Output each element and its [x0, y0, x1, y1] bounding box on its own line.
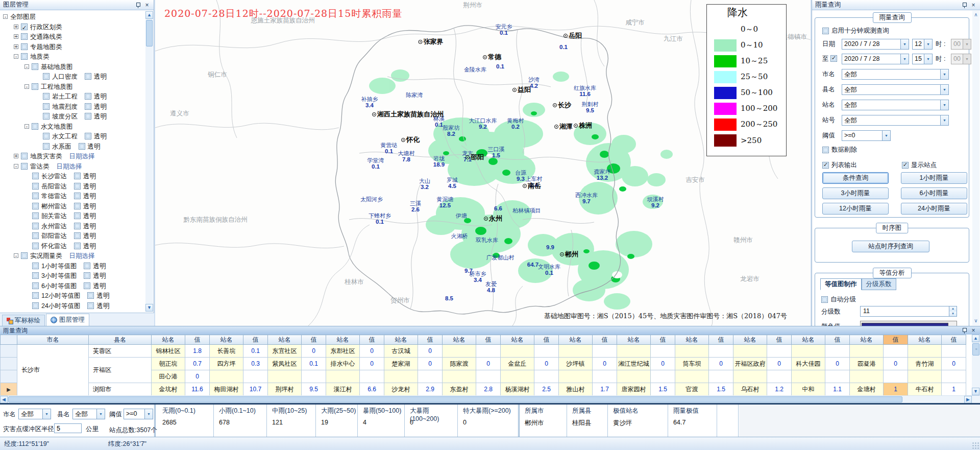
station-name-cell[interactable]: [384, 370, 418, 383]
query-button-5[interactable]: 12小时雨量: [822, 203, 889, 215]
pin-icon[interactable]: [134, 2, 141, 9]
scroll-up-icon[interactable]: ∧: [972, 12, 979, 17]
station-value-cell[interactable]: 6.6: [360, 383, 384, 396]
layer-label[interactable]: 专题地图类: [30, 43, 62, 51]
station-name-cell[interactable]: 朝正垸: [152, 358, 185, 370]
layer-label[interactable]: 长沙雷达: [41, 173, 67, 180]
pin-icon[interactable]: [961, 327, 968, 334]
station-value-cell[interactable]: [243, 370, 268, 383]
transparent-checkbox[interactable]: [85, 103, 91, 110]
station-name-cell[interactable]: [268, 370, 302, 383]
value-column-header[interactable]: 值: [302, 335, 326, 345]
transparent-checkbox[interactable]: [74, 212, 81, 219]
layer-label[interactable]: 3小时等值图: [41, 272, 77, 279]
layer-checkbox[interactable]: [43, 133, 50, 139]
station-value-cell[interactable]: [709, 370, 733, 383]
layer-label[interactable]: 怀化雷达: [41, 243, 67, 250]
value-column-header[interactable]: 值: [825, 335, 850, 345]
layer-label[interactable]: 邵阳雷达: [41, 232, 67, 240]
station-name-cell[interactable]: 东宜社区: [268, 345, 302, 358]
layer-checkbox[interactable]: [43, 73, 50, 80]
pin-icon[interactable]: [961, 2, 968, 9]
tree-expander-icon[interactable]: -: [24, 124, 29, 129]
date-select-link[interactable]: 日期选择: [69, 153, 95, 160]
station-name-cell[interactable]: [501, 370, 534, 383]
layer-label[interactable]: 郴州雷达: [41, 203, 67, 210]
hour-from-combo[interactable]: 12▼: [912, 39, 933, 50]
station-name-cell[interactable]: 杨溪湖村: [501, 383, 534, 396]
station-name-cell[interactable]: 中和: [792, 383, 825, 396]
transparent-checkbox[interactable]: [74, 223, 81, 229]
transparent-checkbox[interactable]: [87, 302, 94, 309]
station-value-cell[interactable]: 2.9: [418, 383, 443, 396]
layer-label[interactable]: 永州雷达: [41, 223, 67, 230]
transparent-checkbox[interactable]: [74, 183, 81, 190]
layer-checkbox[interactable]: [21, 33, 28, 40]
layer-checkbox[interactable]: [32, 203, 39, 209]
station-column-header[interactable]: 站名: [501, 335, 534, 345]
date-to-checkbox[interactable]: [830, 55, 837, 62]
data-cull-checkbox[interactable]: 数据剔除: [822, 146, 857, 154]
station-value-cell[interactable]: [767, 345, 792, 358]
layer-label[interactable]: 岩土工程: [52, 93, 78, 100]
station-value-cell[interactable]: 2.8: [476, 383, 501, 396]
value-column-header[interactable]: 值: [884, 335, 908, 345]
layer-checkbox[interactable]: [32, 292, 39, 299]
transparent-checkbox[interactable]: [84, 263, 90, 269]
query-button-6[interactable]: 24小时雨量: [901, 203, 967, 215]
station-column-header[interactable]: 站名: [268, 335, 302, 345]
layer-checkbox[interactable]: [32, 183, 39, 190]
station-name-cell[interactable]: [792, 370, 825, 383]
close-icon[interactable]: ×: [970, 327, 977, 334]
show-stations-checkbox[interactable]: 显示站点: [902, 161, 937, 170]
layer-checkbox[interactable]: [32, 173, 39, 179]
city-cell[interactable]: 长沙市: [17, 345, 89, 396]
filter-county-combo[interactable]: 全部▼: [72, 409, 105, 419]
layer-checkbox[interactable]: [32, 223, 39, 229]
transparent-checkbox[interactable]: [84, 272, 90, 279]
auto-grade-checkbox[interactable]: 自动分级: [821, 295, 856, 304]
tree-expander-icon[interactable]: -: [14, 54, 18, 59]
station-value-cell[interactable]: 0: [185, 370, 210, 383]
tree-expander-icon[interactable]: +: [14, 25, 18, 29]
station-value-cell[interactable]: [651, 345, 675, 358]
date-from-picker[interactable]: 2020 / 7 / 28▼: [842, 39, 909, 50]
layer-label[interactable]: 6小时等值图: [41, 282, 77, 290]
station-name-cell[interactable]: 锦林社区: [152, 345, 185, 358]
buffer-radius-input[interactable]: [54, 423, 82, 433]
layer-label[interactable]: 地质类: [30, 53, 50, 60]
value-column-header[interactable]: 值: [767, 335, 792, 345]
station-name-cell[interactable]: [559, 370, 593, 383]
date-select-link[interactable]: 日期选择: [69, 252, 95, 259]
station-value-cell[interactable]: 0: [476, 358, 501, 370]
station-value-cell[interactable]: 0.3: [243, 358, 268, 370]
station-value-cell[interactable]: 1: [884, 383, 908, 396]
station-name-cell[interactable]: 溪江村: [326, 383, 360, 396]
station-value-cell[interactable]: [884, 345, 908, 358]
layer-checkbox[interactable]: [21, 23, 28, 30]
station-column-header[interactable]: 站名: [210, 335, 243, 345]
layer-checkbox[interactable]: [21, 43, 28, 50]
tab-isoline-make[interactable]: 等值图制作: [820, 278, 862, 290]
tree-expander-icon[interactable]: +: [14, 154, 18, 158]
station-value-cell[interactable]: [709, 345, 733, 358]
transparent-checkbox[interactable]: [84, 282, 90, 289]
scroll-down-icon[interactable]: ∨: [972, 318, 979, 323]
county-cell[interactable]: 浏阳市: [89, 383, 152, 396]
station-name-cell[interactable]: [675, 370, 709, 383]
hour-to-combo[interactable]: 15▼: [912, 54, 933, 64]
right-panel-scrollbar[interactable]: ∧ ∨: [972, 11, 979, 325]
layer-checkbox[interactable]: [43, 143, 50, 150]
close-icon[interactable]: ×: [143, 2, 151, 9]
station-name-cell[interactable]: 金盆丘: [501, 358, 534, 370]
station-value-cell[interactable]: 0: [884, 358, 908, 370]
station-name-cell[interactable]: 筒车坝: [675, 358, 709, 370]
station-name-cell[interactable]: 四方坪: [210, 358, 243, 370]
sidebar-tab-symbol-plot[interactable]: 军标标绘: [2, 315, 45, 326]
station-column-header[interactable]: 站名: [850, 335, 884, 345]
station-name-cell[interactable]: 沙龙村: [384, 383, 418, 396]
transparent-checkbox[interactable]: [85, 73, 91, 80]
scroll-up-icon[interactable]: ▲: [972, 335, 979, 342]
station-value-cell[interactable]: 1.7: [593, 383, 617, 396]
county-combo[interactable]: 全部▼: [842, 84, 949, 95]
